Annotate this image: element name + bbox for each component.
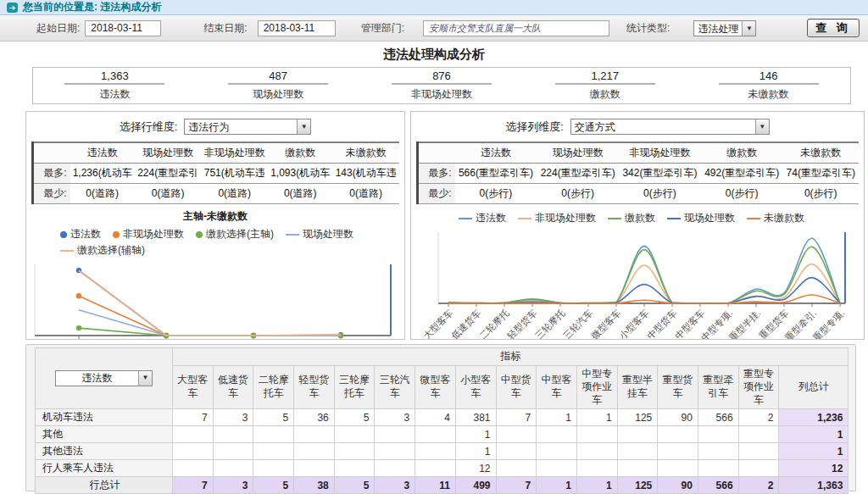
column-header: 中型专项作业车 xyxy=(576,365,617,409)
summary-stats-box: 1,363违法数487现场处理数876非现场处理数1,217缴款数146未缴款数 xyxy=(32,67,851,104)
stat-value: 1,217 xyxy=(555,69,655,85)
table-cell xyxy=(576,426,617,443)
total-row: 行总计7353853114997111259056621,363 xyxy=(36,477,849,494)
chevron-down-icon[interactable]: ▼ xyxy=(742,21,755,36)
table-cell: 566 xyxy=(698,409,738,426)
row-label: 其他 xyxy=(36,426,173,443)
row-label: 其他违法 xyxy=(36,443,173,460)
table-cell xyxy=(576,443,617,460)
chevron-down-icon[interactable]: ▼ xyxy=(297,119,310,134)
summary-cell: 224(重型牵引车) xyxy=(537,164,619,184)
table-cell xyxy=(253,460,294,477)
legend-line-icon xyxy=(286,234,299,236)
total-cell: 3 xyxy=(213,477,253,494)
column-dimension-value: 交通方式 xyxy=(571,119,755,134)
end-date-input[interactable] xyxy=(258,20,336,36)
table-cell: 1 xyxy=(576,409,617,426)
legend-label: 违法数 xyxy=(70,227,101,241)
stat-type-select[interactable]: 违法处理 ▼ xyxy=(693,20,756,36)
table-cell xyxy=(415,426,456,443)
column-header: 轻型货车 xyxy=(294,365,335,409)
table-cell: 7 xyxy=(173,409,214,426)
end-date-label: 结束日期: xyxy=(203,21,247,36)
stat-label: 缴款数 xyxy=(523,87,687,102)
total-cell: 566 xyxy=(698,477,738,494)
total-cell: 5 xyxy=(334,477,375,494)
column-dimension-panel: 选择列维度: 交通方式 ▼ 违法数现场处理数非现场处理数缴款数未缴款数最多:56… xyxy=(410,111,865,340)
row-dimension-value: 违法行为 xyxy=(185,119,297,134)
row-dimension-select[interactable]: 违法行为 ▼ xyxy=(184,119,311,135)
table-cell xyxy=(617,460,658,477)
stat-item: 876非现场处理数 xyxy=(360,69,524,102)
total-cell: 7 xyxy=(496,477,537,494)
table-cell: 1 xyxy=(537,409,577,426)
stat-item: 487现场处理数 xyxy=(197,69,360,102)
legend-label: 未缴款数 xyxy=(764,211,804,225)
table-cell xyxy=(375,443,415,460)
series-line xyxy=(79,270,341,336)
summary-column-header: 非现场处理数 xyxy=(619,142,701,164)
query-button[interactable]: 查 询 xyxy=(807,19,860,37)
total-cell: 1 xyxy=(576,477,617,494)
summary-cell: 224(重型牵引 xyxy=(135,164,202,184)
legend-label: 缴款数 xyxy=(625,211,655,225)
total-row-label: 行总计 xyxy=(36,477,173,494)
summary-row-label: 最多: xyxy=(418,164,455,184)
start-date-input[interactable] xyxy=(85,20,161,36)
table-cell xyxy=(173,443,214,460)
summary-row: 最少:0(步行)0(步行)0(步行)0(步行)0(步行) xyxy=(418,184,860,204)
table-cell xyxy=(253,426,294,443)
row-dimension-summary-table: 违法数现场处理数非现场处理数缴款数未缴款数最多:1,236(机动车224(重型牵… xyxy=(31,142,399,204)
stat-label: 未缴款数 xyxy=(687,87,850,102)
column-dimension-select[interactable]: 交通方式 ▼ xyxy=(570,119,770,135)
summary-header-row: 违法数现场处理数非现场处理数缴款数未缴款数 xyxy=(33,142,400,164)
stat-item: 1,363违法数 xyxy=(33,69,197,102)
summary-cell: 0(步行) xyxy=(701,184,783,204)
app-window: ➔ 您当前的位置是: 违法构成分析 起始日期: 结束日期: 管理部门: 统计类型… xyxy=(0,0,868,494)
chevron-down-icon[interactable]: ▼ xyxy=(138,371,152,386)
summary-row-label: 最少: xyxy=(33,184,70,204)
cross-table: 违法数▼指标大型客车低速货车二轮摩托车轻型货车三轮摩托车三轮汽车微型客车小型客车… xyxy=(35,347,849,494)
row-total-cell: 1 xyxy=(779,443,849,460)
metric-header-cell: 违法数▼ xyxy=(36,348,173,409)
summary-cell: 751(机动车违 xyxy=(201,164,268,184)
stat-value: 487 xyxy=(228,69,328,85)
summary-cell: 342(重型牵引车) xyxy=(619,164,701,184)
summary-column-header: 违法数 xyxy=(70,142,135,164)
table-row: 其他违法11 xyxy=(36,443,849,460)
legend-item: 缴款数 xyxy=(608,211,655,225)
table-cell xyxy=(576,460,617,477)
row-label: 机动车违法 xyxy=(36,409,173,426)
summary-cell: 0(步行) xyxy=(537,184,619,204)
total-cell: 38 xyxy=(294,477,335,494)
series-line xyxy=(448,264,840,303)
table-cell xyxy=(658,460,698,477)
chevron-down-icon[interactable]: ▼ xyxy=(755,119,769,134)
table-cell xyxy=(658,443,698,460)
table-cell xyxy=(415,460,456,477)
legend-label: 缴款选择(主轴) xyxy=(206,227,274,241)
metric-select[interactable]: 违法数▼ xyxy=(55,370,153,386)
table-cell: 5 xyxy=(334,409,375,426)
summary-row: 最多:1,236(机动车224(重型牵引751(机动车违1,093(机动车143… xyxy=(33,164,400,184)
summary-header-row: 违法数现场处理数非现场处理数缴款数未缴款数 xyxy=(418,142,860,164)
department-input[interactable] xyxy=(423,20,609,36)
table-cell xyxy=(294,443,335,460)
x-axis-label: 重型专项. xyxy=(811,308,847,340)
summary-cell: 143(机动车违 xyxy=(332,164,399,184)
table-cell xyxy=(173,460,214,477)
summary-column-header: 缴款数 xyxy=(268,142,332,164)
column-header: 小型客车 xyxy=(455,365,496,409)
summary-cell: 1,236(机动车 xyxy=(70,164,135,184)
column-total-header: 列总计 xyxy=(779,365,849,409)
legend-line-icon xyxy=(608,218,621,219)
row-dimension-line-chart: 机动车违法其他其他违法行人乘车人. xyxy=(26,259,396,340)
page-title: 违法处理构成分析 xyxy=(0,47,868,65)
breadcrumb: 您当前的位置是: 违法构成分析 xyxy=(23,0,161,14)
summary-cell: 0(步行) xyxy=(619,184,701,204)
total-cell: 125 xyxy=(617,477,658,494)
legend-dot-icon xyxy=(113,231,120,238)
row-total-cell: 1,236 xyxy=(779,409,849,426)
legend-item: 违法数 xyxy=(459,211,506,225)
legend-line-icon xyxy=(747,218,760,219)
